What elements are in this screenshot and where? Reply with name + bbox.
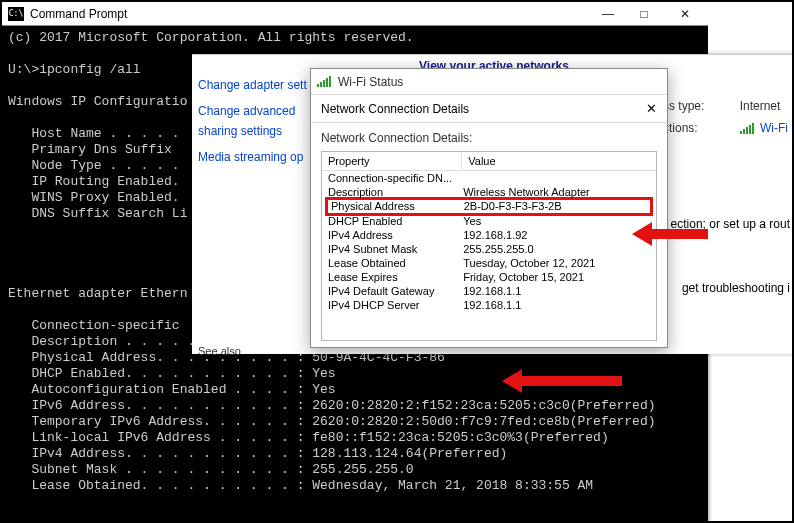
- annotation-arrow-icon: [502, 369, 622, 393]
- wifi-signal-icon: [740, 123, 754, 134]
- table-row: IPv4 Default Gateway192.168.1.1: [322, 284, 656, 298]
- link-change-adapter[interactable]: Change adapter sett: [198, 75, 328, 95]
- table-row: DescriptionWireless Network Adapter: [322, 185, 656, 199]
- table-row: IPv4 Address192.168.1.92: [322, 228, 656, 242]
- wifi-status-title: Wi-Fi Status: [338, 75, 661, 89]
- close-button[interactable]: ✕: [662, 2, 708, 26]
- table-row: IPv4 Subnet Mask255.255.255.0: [322, 242, 656, 256]
- cmd-titlebar[interactable]: C:\ Command Prompt — □ ✕: [2, 2, 708, 26]
- ncd-subtitle: Network Connection Details:: [311, 123, 667, 149]
- table-row: DHCP EnabledYes: [322, 214, 656, 228]
- table-row: Lease ObtainedTuesday, October 12, 2021: [322, 256, 656, 270]
- col-value[interactable]: Value: [462, 152, 656, 170]
- table-row: Lease ExpiresFriday, October 15, 2021: [322, 270, 656, 284]
- cmd-icon: C:\: [8, 7, 24, 21]
- col-property[interactable]: Property: [322, 152, 462, 170]
- wifi-status-titlebar[interactable]: Wi-Fi Status: [311, 69, 667, 95]
- dialog-close-button[interactable]: ✕: [646, 101, 657, 116]
- ncd-title-text: Network Connection Details: [321, 102, 469, 116]
- connections-label: ections:: [656, 117, 736, 139]
- table-row: IPv4 DHCP Server192.168.1.1: [322, 298, 656, 312]
- access-type-value: Internet: [740, 99, 781, 113]
- access-type-label: ess type:: [656, 95, 736, 117]
- link-media-streaming[interactable]: Media streaming op: [198, 147, 328, 167]
- connections-link[interactable]: Wi-Fi: [760, 121, 788, 135]
- wifi-signal-icon: [317, 76, 331, 87]
- cmd-title-text: Command Prompt: [30, 7, 590, 21]
- link-change-advanced[interactable]: Change advanced sharing settings: [198, 101, 328, 141]
- see-also-label: See also: [198, 345, 241, 357]
- details-grid: Property Value Connection-specific DN...…: [321, 151, 657, 341]
- table-row: Connection-specific DN...: [322, 171, 656, 185]
- cp-text-fragment-2: get troubleshooting i: [682, 281, 790, 295]
- edge-shadow: [702, 352, 712, 522]
- network-connection-details-dialog: Wi-Fi Status Network Connection Details …: [310, 68, 668, 348]
- minimize-button[interactable]: —: [590, 2, 626, 26]
- maximize-button[interactable]: □: [626, 2, 662, 26]
- annotation-arrow-icon: [632, 222, 708, 246]
